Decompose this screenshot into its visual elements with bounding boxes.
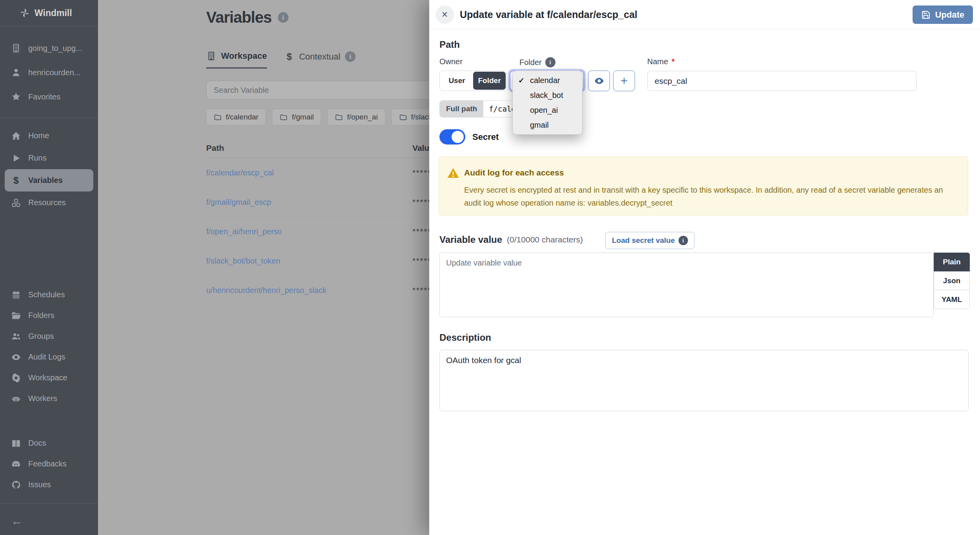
- warning-title: Audit log for each access: [464, 168, 564, 177]
- plus-icon: +: [621, 74, 628, 88]
- owner-label: Owner: [439, 57, 463, 66]
- close-icon[interactable]: ×: [436, 5, 454, 24]
- path-section-heading: Path: [439, 39, 460, 50]
- warning-icon: [447, 167, 459, 179]
- update-button[interactable]: Update: [913, 5, 973, 24]
- format-tabs: Plain Json YAML: [934, 253, 970, 309]
- format-tab-plain[interactable]: Plain: [934, 253, 970, 271]
- description-heading: Description: [439, 332, 491, 343]
- preview-path-button[interactable]: [588, 70, 610, 91]
- toggle-knob: [452, 131, 464, 143]
- folder-option-calendar[interactable]: ✓ calendar: [513, 73, 582, 88]
- format-tab-yaml[interactable]: YAML: [934, 290, 970, 309]
- variable-value-heading-row: Variable value (0/10000 characters): [439, 234, 583, 245]
- drawer-title: Update variable at f/calendar/escp_cal: [460, 9, 637, 20]
- add-folder-button[interactable]: +: [613, 70, 635, 91]
- windmill-app: Windmill going_to_upg... henricourden...…: [0, 0, 980, 535]
- description-textarea[interactable]: OAuth token for gcal: [439, 350, 969, 411]
- drawer-overlay[interactable]: [0, 0, 429, 535]
- name-label: Name *: [647, 57, 675, 66]
- update-variable-drawer: × Update variable at f/calendar/escp_cal…: [429, 0, 980, 535]
- name-input[interactable]: [647, 71, 916, 91]
- folder-option-gmail[interactable]: gmail: [513, 117, 582, 132]
- variable-value-textarea[interactable]: [439, 253, 934, 317]
- load-secret-value-button[interactable]: Load secret value i: [605, 232, 695, 249]
- check-icon: ✓: [518, 76, 530, 85]
- variable-value-heading: Variable value: [439, 234, 502, 245]
- secret-label: Secret: [472, 132, 499, 142]
- eye-icon: [594, 76, 604, 86]
- owner-user-button[interactable]: User: [441, 72, 473, 90]
- secret-toggle[interactable]: [439, 129, 465, 145]
- warning-body: Every secret is encrypted at rest and in…: [464, 184, 952, 210]
- folder-option-slack-bot[interactable]: slack_bot: [513, 88, 582, 103]
- folder-label: Folder i: [519, 57, 555, 67]
- info-icon: i: [679, 236, 688, 245]
- character-counter: (0/10000 characters): [507, 235, 583, 244]
- owner-folder-button[interactable]: Folder: [473, 72, 506, 90]
- required-asterisk: *: [671, 57, 675, 66]
- full-path-label: Full path: [440, 101, 483, 117]
- owner-kind-toggle: User Folder: [439, 70, 507, 91]
- save-icon: [921, 10, 931, 20]
- drawer-header: × Update variable at f/calendar/escp_cal…: [429, 0, 980, 29]
- update-button-label: Update: [935, 10, 964, 20]
- audit-log-warning: Audit log for each access Every secret i…: [439, 157, 968, 215]
- format-tab-json[interactable]: Json: [934, 271, 970, 290]
- info-icon[interactable]: i: [545, 57, 555, 67]
- folder-option-open-ai[interactable]: open_ai: [513, 103, 582, 117]
- folder-dropdown-menu: ✓ calendar slack_bot open_ai gmail: [512, 70, 583, 135]
